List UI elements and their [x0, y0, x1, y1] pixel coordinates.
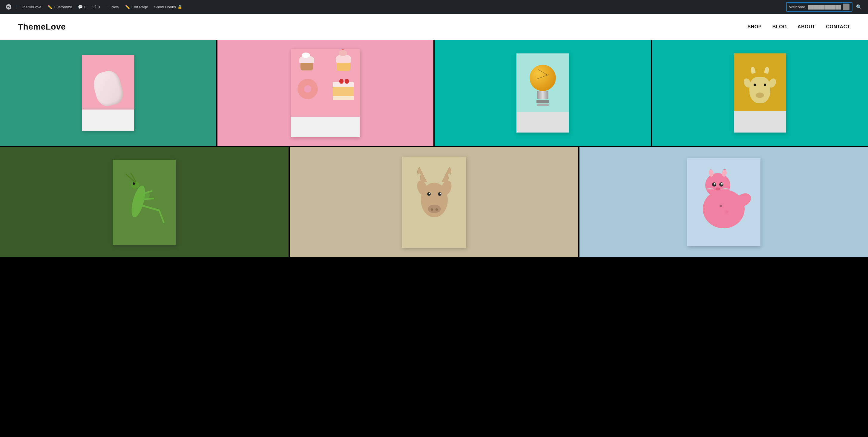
- svg-point-27: [714, 183, 715, 184]
- new-label: New: [112, 5, 119, 9]
- customize-button[interactable]: ✏️ Customize: [45, 4, 74, 10]
- gallery-row-1: [0, 40, 868, 147]
- gallery-cell-2[interactable]: [217, 40, 435, 147]
- gallery-cell-6[interactable]: [290, 147, 580, 257]
- nav-blog[interactable]: BLOG: [772, 24, 787, 30]
- svg-point-18: [431, 208, 433, 211]
- edit-page-button[interactable]: ✏️ Edit Page: [123, 4, 151, 10]
- site-header: ThemeLove SHOP BLOG ABOUT CONTACT: [0, 14, 868, 40]
- gallery-cell-4[interactable]: [652, 40, 868, 147]
- new-button[interactable]: ＋ New: [104, 3, 122, 11]
- nav-contact[interactable]: CONTACT: [826, 24, 850, 30]
- shield-icon: 🛡: [92, 5, 96, 9]
- wp-logo-button[interactable]: W: [4, 3, 14, 11]
- svg-point-28: [721, 183, 722, 184]
- welcome-label: Welcome,: [789, 5, 806, 9]
- svg-point-19: [435, 208, 438, 211]
- lock-icon: 🔒: [178, 5, 182, 9]
- svg-point-34: [719, 205, 722, 207]
- gallery: [0, 40, 868, 257]
- site-title[interactable]: ThemeLove: [18, 22, 66, 32]
- svg-point-29: [715, 188, 720, 191]
- welcome-box[interactable]: Welcome, ████████████: [786, 2, 852, 12]
- wordpress-icon: W: [6, 4, 11, 9]
- svg-point-1: [131, 181, 140, 189]
- svg-point-0: [129, 184, 148, 219]
- svg-point-17: [428, 205, 441, 213]
- comments-count: 0: [84, 5, 86, 9]
- svg-point-25: [712, 182, 716, 187]
- avatar: [843, 4, 849, 10]
- svg-point-35: [725, 210, 728, 213]
- svg-point-22: [705, 173, 730, 197]
- svg-point-13: [427, 192, 431, 196]
- svg-point-16: [440, 193, 441, 194]
- svg-point-15: [429, 193, 430, 194]
- search-bar-button[interactable]: 🔍: [854, 3, 864, 11]
- gallery-cell-7[interactable]: [580, 147, 868, 257]
- svg-point-2: [133, 182, 135, 185]
- svg-line-8: [159, 210, 164, 223]
- security-count: 3: [98, 5, 100, 9]
- nav-shop[interactable]: SHOP: [748, 24, 762, 30]
- customize-label: Customize: [54, 5, 72, 9]
- admin-bar: W | ThemeLove ✏️ Customize 💬 0 🛡 3 ＋ New…: [0, 0, 868, 14]
- comments-button[interactable]: 💬 0: [75, 4, 89, 10]
- security-button[interactable]: 🛡 3: [90, 4, 102, 10]
- pencil-icon: ✏️: [48, 5, 52, 9]
- svg-point-26: [719, 182, 723, 187]
- show-hooks-button[interactable]: Show Hooks 🔒: [152, 4, 185, 10]
- themelove-button[interactable]: ThemeLove: [19, 4, 44, 10]
- site-nav: SHOP BLOG ABOUT CONTACT: [748, 24, 850, 30]
- nav-about[interactable]: ABOUT: [798, 24, 815, 30]
- edit-page-label: Edit Page: [131, 5, 148, 9]
- gallery-cell-5[interactable]: [0, 147, 290, 257]
- edit-icon: ✏️: [125, 5, 130, 9]
- gallery-row-2: [0, 147, 868, 257]
- svg-point-14: [438, 192, 441, 196]
- gallery-cell-1[interactable]: [0, 40, 217, 147]
- show-hooks-label: Show Hooks: [154, 5, 176, 9]
- themelove-label: ThemeLove: [21, 5, 41, 9]
- comment-icon: 💬: [78, 5, 83, 9]
- gallery-cell-3[interactable]: [435, 40, 652, 147]
- divider: |: [16, 4, 17, 9]
- plus-icon: ＋: [106, 4, 110, 9]
- username-label: ████████████: [808, 5, 841, 9]
